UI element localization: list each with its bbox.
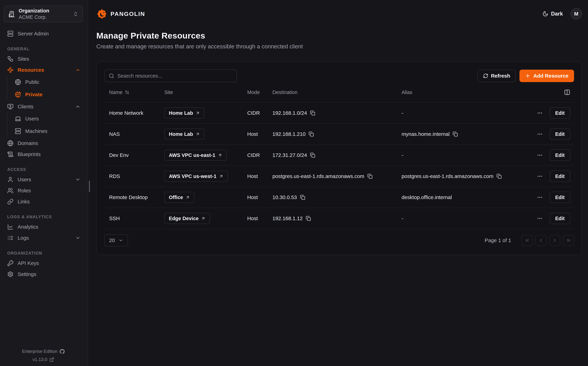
sidebar-item-domains[interactable]: Domains <box>4 138 83 149</box>
version-link[interactable]: v1.13.0 <box>32 357 54 362</box>
prev-page-button[interactable] <box>535 235 546 246</box>
user-avatar[interactable]: M <box>571 8 582 20</box>
sidebar-item-private[interactable]: Private <box>7 88 83 101</box>
sidebar-item-machines[interactable]: Machines <box>7 125 83 137</box>
cell-alias: postgres.us-east-1.rds.amazonaws.com <box>402 173 493 179</box>
site-link-button[interactable]: AWS VPC us-west-1 <box>164 171 228 182</box>
cell-destination: 10.30.0.53 <box>272 194 297 200</box>
edition-link[interactable]: Enterprise Edition <box>22 349 65 354</box>
user-icon <box>7 176 14 183</box>
copy-icon[interactable] <box>310 110 315 116</box>
search-input[interactable] <box>118 73 232 79</box>
edit-button[interactable]: Edit <box>550 171 570 182</box>
site-link-button[interactable]: Office <box>164 192 194 203</box>
ellipsis-icon <box>537 194 543 200</box>
section-label-logs-analytics: LOGS & ANALYTICS <box>4 214 83 219</box>
sidebar-nav: Server Admin GENERAL Sites Resources Pub… <box>4 28 83 349</box>
moon-icon <box>542 11 548 17</box>
resources-subnav: Public Private <box>7 76 83 101</box>
sidebar-item-sites[interactable]: Sites <box>4 53 83 64</box>
sidebar-item-resources[interactable]: Resources <box>4 64 83 76</box>
sidebar-item-roles[interactable]: Roles <box>4 185 83 196</box>
brand-name: PANGOLIN <box>110 11 145 17</box>
sidebar-item-client-users[interactable]: Users <box>7 113 83 125</box>
org-selector[interactable]: Organization ACME Corp. <box>4 6 83 22</box>
sidebar-item-access-users[interactable]: Users <box>4 174 83 185</box>
chevron-down-icon <box>75 177 81 182</box>
cell-name: Remote Desktop <box>104 194 160 200</box>
ellipsis-icon <box>537 173 543 179</box>
page-size-select[interactable]: 20 <box>104 234 128 246</box>
toolbar-buttons: Refresh Add Resource <box>478 70 574 82</box>
add-resource-button[interactable]: Add Resource <box>520 70 574 82</box>
sidebar-item-logs[interactable]: Logs <box>4 232 83 244</box>
org-name: ACME Corp. <box>19 14 69 20</box>
row-menu-button[interactable] <box>536 172 544 180</box>
github-icon <box>59 349 65 354</box>
cell-mode: Host <box>243 173 268 179</box>
edit-button[interactable]: Edit <box>550 107 570 119</box>
copy-icon[interactable] <box>300 195 305 200</box>
arrow-up-right-icon <box>201 216 206 221</box>
site-link-button[interactable]: Home Lab <box>164 129 204 140</box>
sidebar-scrollbar-thumb[interactable] <box>89 181 90 192</box>
search-icon <box>109 73 114 79</box>
workflow-icon <box>7 56 14 62</box>
sidebar-item-analytics[interactable]: Analytics <box>4 221 83 232</box>
row-menu-button[interactable] <box>536 214 544 222</box>
edit-button[interactable]: Edit <box>550 150 570 161</box>
sidebar-item-public[interactable]: Public <box>7 76 83 88</box>
page-title: Manage Private Resources <box>96 31 582 40</box>
table-row: Home Network Home Lab CIDR 192.168.1.0/2… <box>104 103 574 124</box>
laptop-icon <box>15 116 21 122</box>
site-link-button[interactable]: Edge Device <box>164 213 210 224</box>
chevrons-right-icon <box>566 238 571 243</box>
sidebar-item-clients[interactable]: Clients <box>4 101 83 112</box>
cell-name: Dev Env <box>104 152 160 158</box>
resources-table: Name Site Mode Destination Alias Home Ne… <box>104 82 574 229</box>
org-label: Organization <box>19 8 69 14</box>
arrow-up-right-icon <box>195 132 200 136</box>
chevrons-left-icon <box>524 238 530 243</box>
columns-icon[interactable] <box>564 89 570 95</box>
edit-button[interactable]: Edit <box>550 192 570 203</box>
next-page-button[interactable] <box>549 235 560 246</box>
sidebar-item-server-admin[interactable]: Server Admin <box>4 28 83 39</box>
copy-icon[interactable] <box>453 131 458 137</box>
site-link-button[interactable]: Home Lab <box>164 107 204 119</box>
row-menu-button[interactable] <box>536 193 544 201</box>
resources-card: Refresh Add Resource Name Site Mode Dest… <box>96 61 582 255</box>
row-menu-button[interactable] <box>536 130 544 138</box>
sidebar-item-blueprints[interactable]: Blueprints <box>4 149 83 160</box>
users-icon <box>7 188 14 194</box>
row-menu-button[interactable] <box>536 151 544 159</box>
cell-destination: 192.168.1.210 <box>272 131 306 137</box>
arrow-up-right-icon <box>218 153 222 157</box>
plus-icon <box>525 73 530 79</box>
refresh-button[interactable]: Refresh <box>478 70 516 82</box>
edit-button[interactable]: Edit <box>550 128 570 140</box>
cell-name: SSH <box>104 215 160 221</box>
copy-icon[interactable] <box>367 174 373 179</box>
cell-alias: mynas.home.internal <box>402 131 449 137</box>
last-page-button[interactable] <box>563 235 574 246</box>
cell-alias: desktop.office.internal <box>397 194 531 200</box>
theme-toggle[interactable]: Dark <box>542 11 563 17</box>
copy-icon[interactable] <box>306 216 311 221</box>
sidebar-item-links[interactable]: Links <box>4 196 83 207</box>
site-link-button[interactable]: AWS VPC us-east-1 <box>164 150 227 161</box>
edit-button[interactable]: Edit <box>550 213 570 224</box>
column-header-name[interactable]: Name <box>104 90 160 95</box>
row-menu-button[interactable] <box>536 109 544 117</box>
sidebar-item-settings[interactable]: Settings <box>4 269 83 280</box>
copy-icon[interactable] <box>497 174 502 179</box>
arrow-up-right-icon <box>195 111 200 115</box>
page-head: Manage Private Resources Create and mana… <box>96 31 582 50</box>
first-page-button[interactable] <box>522 235 533 246</box>
column-header-destination: Destination <box>268 90 397 95</box>
sort-arrows-icon <box>125 90 129 94</box>
sidebar-item-api-keys[interactable]: API Keys <box>4 258 83 269</box>
copy-icon[interactable] <box>310 152 315 158</box>
copy-icon[interactable] <box>309 131 314 137</box>
chevron-up-icon <box>75 67 81 73</box>
